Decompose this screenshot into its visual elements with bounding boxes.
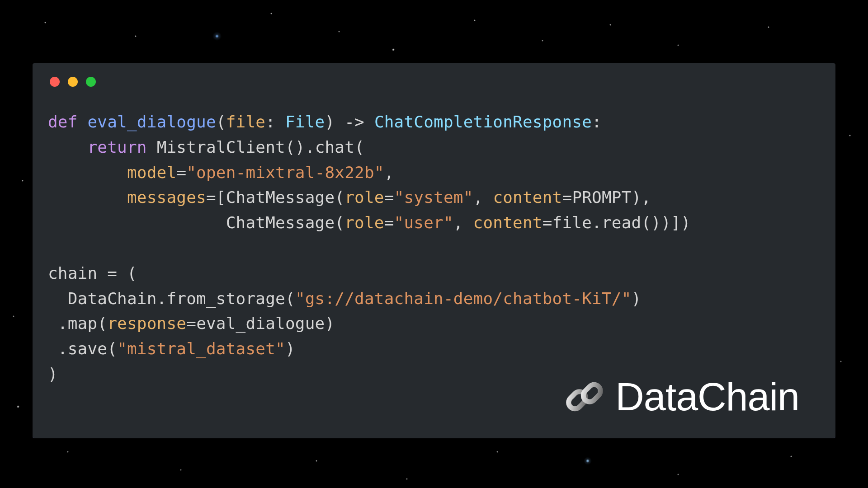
- open-paren: (: [335, 188, 344, 206]
- maximize-icon[interactable]: [86, 77, 96, 87]
- close-paren: ),: [632, 188, 651, 206]
- datachain-logo: DataChain: [562, 374, 799, 420]
- equals-bracket: =[: [206, 188, 226, 206]
- param-response: response: [107, 314, 186, 333]
- param-messages: messages: [127, 188, 206, 206]
- param-content: content: [493, 188, 562, 206]
- paren-dot: ().: [285, 138, 315, 156]
- class-chatmessage: ChatMessage: [226, 213, 335, 232]
- param-role: role: [344, 213, 384, 232]
- var-chain: chain: [48, 264, 97, 282]
- string-dataset: "mistral_dataset": [117, 339, 285, 358]
- class-datachain: DataChain: [68, 289, 157, 308]
- string-gs-path: "gs://datachain-demo/chatbot-KiT/": [295, 289, 632, 308]
- indent: [48, 138, 88, 156]
- equals: =: [562, 188, 572, 206]
- param-type: File: [285, 113, 325, 131]
- indent: [48, 213, 226, 232]
- space: [147, 138, 157, 156]
- equals: =: [384, 188, 394, 206]
- method-save: save: [68, 339, 108, 358]
- method-from-storage: from_storage: [167, 289, 286, 308]
- open-paren: (: [97, 314, 107, 333]
- comma: ,: [453, 213, 473, 232]
- param-role: role: [344, 188, 384, 206]
- string-system: "system": [394, 188, 473, 206]
- open-paren: (: [335, 213, 344, 232]
- function-name: eval_dialogue: [88, 113, 216, 131]
- equals: =: [186, 314, 196, 333]
- param-content: content: [473, 213, 542, 232]
- keyword-def: def: [48, 113, 78, 131]
- close-parens: ())]): [641, 213, 690, 232]
- class-chatmessage: ChatMessage: [226, 188, 335, 206]
- keyword-return: return: [88, 138, 147, 156]
- open-paren: (: [354, 138, 364, 156]
- string-user: "user": [394, 213, 453, 232]
- minimize-icon[interactable]: [68, 77, 78, 87]
- equals-open: = (: [97, 264, 137, 282]
- comma: ,: [473, 188, 493, 206]
- indent: [48, 188, 127, 206]
- method-map: map: [68, 314, 98, 333]
- method-name: chat: [315, 138, 355, 156]
- code-window: def eval_dialogue(file: File) -> ChatCom…: [33, 63, 835, 438]
- class-name: MistralClient: [157, 138, 285, 156]
- return-type: ChatCompletionResponse: [374, 113, 592, 131]
- close-paren: ): [325, 314, 335, 333]
- indent: [48, 289, 68, 308]
- close-paren: ): [285, 339, 295, 358]
- colon: :: [592, 113, 602, 131]
- equals: =: [176, 163, 186, 182]
- open-paren: (: [285, 289, 295, 308]
- indent: [48, 163, 127, 182]
- const-prompt: PROMPT: [572, 188, 631, 206]
- close-paren: ): [48, 365, 58, 383]
- close-paren: ): [632, 289, 642, 308]
- ref-eval-dialogue: eval_dialogue: [196, 314, 325, 333]
- colon: :: [265, 113, 285, 131]
- close-icon[interactable]: [50, 77, 60, 87]
- paren: (: [216, 113, 226, 131]
- logo-text: DataChain: [615, 374, 799, 420]
- indent-dot: .: [48, 314, 68, 333]
- indent-dot: .: [48, 339, 68, 358]
- comma: ,: [384, 163, 394, 182]
- code-block: def eval_dialogue(file: File) -> ChatCom…: [33, 91, 835, 396]
- svg-rect-1: [581, 382, 603, 404]
- string-model: "open-mixtral-8x22b": [186, 163, 384, 182]
- traffic-lights: [33, 63, 835, 91]
- param-model: model: [127, 163, 176, 182]
- arrow: ) ->: [325, 113, 374, 131]
- method-file-read: file.read: [552, 213, 642, 232]
- chain-link-icon: [562, 374, 607, 419]
- param-name: file: [226, 113, 266, 131]
- equals: =: [384, 213, 394, 232]
- equals: =: [542, 213, 552, 232]
- open-paren: (: [107, 339, 117, 358]
- dot: .: [157, 289, 167, 308]
